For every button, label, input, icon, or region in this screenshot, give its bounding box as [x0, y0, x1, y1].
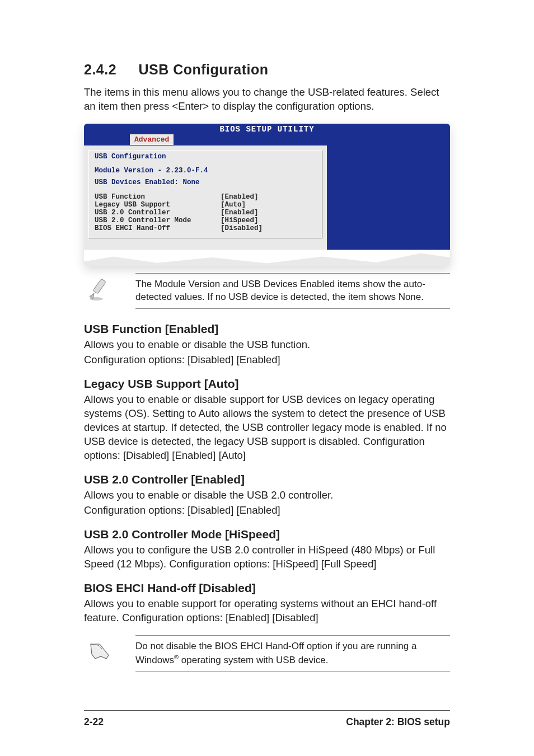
item-heading: USB 2.0 Controller Mode [HiSpeed] — [84, 528, 450, 541]
pointing-hand-icon — [87, 635, 121, 668]
bios-label: BIOS EHCI Hand-Off — [95, 224, 221, 232]
section-number: 2.4.2 — [84, 62, 134, 78]
bios-row[interactable]: USB 2.0 Controller Mode [HiSpeed] — [95, 217, 316, 224]
bios-row[interactable]: Legacy USB Support [Auto] — [95, 201, 316, 209]
bios-row[interactable]: USB 2.0 Controller [Enabled] — [95, 209, 316, 217]
item-paragraph: Allows you to configure the USB 2.0 cont… — [84, 543, 450, 571]
item-heading: Legacy USB Support [Auto] — [84, 377, 450, 391]
item-paragraph: Allows you to enable or disable the USB … — [84, 489, 450, 503]
bios-torn-edge — [84, 250, 450, 266]
svg-marker-2 — [90, 293, 94, 299]
note-text: The Module Version and USB Devices Enabl… — [135, 273, 450, 309]
bios-value: [HiSpeed] — [221, 217, 259, 224]
section-intro: The items in this menu allows you to cha… — [84, 86, 450, 114]
bios-row[interactable]: BIOS EHCI Hand-Off [Disabled] — [95, 224, 316, 232]
section-title: USB Configuration — [138, 62, 268, 77]
bios-title: BIOS SETUP UTILITY — [84, 124, 450, 134]
item-paragraph: Allows you to enable or disable support … — [84, 393, 450, 463]
caution-block: Do not disable the BIOS EHCI Hand-Off op… — [87, 635, 450, 672]
bios-panel: BIOS SETUP UTILITY Advanced USB Configur… — [84, 124, 450, 267]
caution-text: Do not disable the BIOS EHCI Hand-Off op… — [135, 635, 450, 672]
bios-info-line: USB Devices Enabled: None — [95, 177, 316, 189]
bios-value: [Enabled] — [221, 193, 259, 201]
page-footer: 2-22 Chapter 2: BIOS setup — [84, 710, 450, 728]
item-heading: USB 2.0 Controller [Enabled] — [84, 473, 450, 486]
item-paragraph: Allows you to enable or disable the USB … — [84, 338, 450, 352]
bios-label: USB 2.0 Controller Mode — [95, 217, 221, 224]
bios-value: [Enabled] — [221, 209, 259, 217]
bios-info-line: Module Version - 2.23.0-F.4 — [95, 165, 316, 177]
item-paragraph: Allows you to enable support for operati… — [84, 597, 450, 625]
bios-tab-advanced[interactable]: Advanced — [130, 134, 174, 145]
bios-section-title: USB Configuration — [95, 152, 316, 165]
svg-rect-1 — [93, 279, 106, 294]
bios-label: USB Function — [95, 193, 221, 201]
bios-value: [Disabled] — [221, 224, 263, 232]
chapter-label: Chapter 2: BIOS setup — [346, 716, 450, 728]
section-heading: 2.4.2 USB Configuration — [84, 62, 450, 78]
bios-value: [Auto] — [221, 201, 246, 209]
bios-row[interactable]: USB Function [Enabled] — [95, 193, 316, 201]
note-block: The Module Version and USB Devices Enabl… — [87, 273, 450, 309]
bios-help-pane — [327, 145, 450, 251]
bios-label: USB 2.0 Controller — [95, 209, 221, 217]
page-number: 2-22 — [84, 716, 104, 728]
item-heading: USB Function [Enabled] — [84, 322, 450, 336]
bios-tabs: Advanced — [84, 134, 450, 145]
pencil-note-icon — [87, 273, 121, 306]
registered-mark: ® — [174, 654, 179, 660]
bios-label: Legacy USB Support — [95, 201, 221, 209]
item-paragraph: Configuration options: [Disabled] [Enabl… — [84, 504, 450, 518]
item-paragraph: Configuration options: [Disabled] [Enabl… — [84, 353, 450, 367]
item-heading: BIOS EHCI Hand-off [Disabled] — [84, 581, 450, 595]
